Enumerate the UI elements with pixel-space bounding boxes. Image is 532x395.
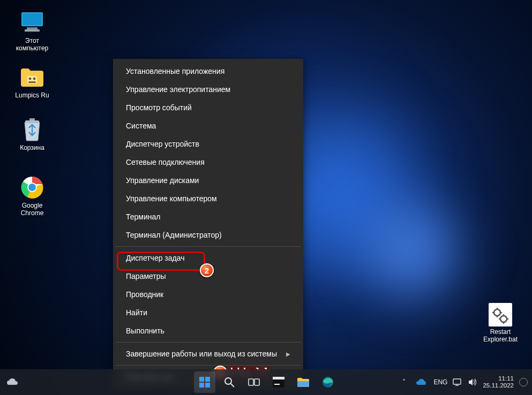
svg-rect-21 xyxy=(254,379,259,385)
menu-item-search[interactable]: Найти xyxy=(114,303,302,322)
svg-rect-24 xyxy=(274,384,280,385)
svg-rect-23 xyxy=(273,377,284,379)
taskbar-weather[interactable] xyxy=(5,375,19,389)
task-view-icon xyxy=(248,377,260,387)
network-icon xyxy=(453,378,462,386)
tray-network[interactable] xyxy=(453,377,462,387)
search-icon xyxy=(223,376,235,388)
svg-rect-8 xyxy=(29,118,35,120)
desktop-icon-label: RestartExplorer.bat xyxy=(479,329,522,344)
taskbar-terminal[interactable] xyxy=(268,371,289,393)
desktop-icon-restart-bat[interactable]: RestartExplorer.bat xyxy=(479,303,522,344)
windows-icon xyxy=(198,376,211,389)
menu-item-network-connections[interactable]: Сетевые подключения xyxy=(114,153,302,171)
start-button[interactable] xyxy=(194,371,215,393)
svg-rect-14 xyxy=(199,377,204,382)
svg-point-18 xyxy=(225,378,231,384)
tray-language[interactable]: ENG xyxy=(433,377,447,387)
tray-volume[interactable] xyxy=(468,377,477,387)
svg-point-12 xyxy=(494,309,500,316)
desktop-icon-lumpics[interactable]: Lumpics Ru xyxy=(11,64,54,100)
menu-separator xyxy=(115,342,301,343)
speaker-icon xyxy=(468,378,477,386)
system-tray: ˄ ENG 11:11 25.11.2022 xyxy=(399,375,528,389)
menu-item-disk-management[interactable]: Управление дисками xyxy=(114,171,302,189)
recycle-bin-icon xyxy=(19,117,45,142)
start-context-menu: Установленные приложения Управление элек… xyxy=(113,59,303,389)
menu-item-explorer[interactable]: Проводник xyxy=(114,285,302,303)
svg-point-13 xyxy=(500,316,507,322)
menu-item-system[interactable]: Система xyxy=(114,117,302,135)
cloud-icon xyxy=(416,378,426,386)
taskbar: ˄ ENG 11:11 25.11.2022 xyxy=(0,369,532,395)
svg-rect-15 xyxy=(205,377,210,382)
menu-item-device-manager[interactable]: Диспетчер устройств xyxy=(114,135,302,153)
svg-point-11 xyxy=(28,184,36,191)
bat-file-icon xyxy=(489,303,512,326)
menu-item-installed-apps[interactable]: Установленные приложения xyxy=(114,62,302,80)
chrome-icon xyxy=(19,174,45,200)
desktop-icon-label: Lumpics Ru xyxy=(11,92,54,100)
desktop-icon-label: Корзина xyxy=(11,145,54,152)
edge-icon xyxy=(321,376,334,389)
menu-item-computer-management[interactable]: Управление компьютером xyxy=(114,189,302,208)
desktop-icon-this-pc[interactable]: Этоткомпьютер xyxy=(11,10,54,52)
tray-show-hidden[interactable]: ˄ xyxy=(399,377,409,387)
search-button[interactable] xyxy=(219,371,240,393)
task-view-button[interactable] xyxy=(243,371,265,393)
folder-icon xyxy=(296,376,310,388)
menu-item-run[interactable]: Выполнить xyxy=(114,322,302,340)
tray-notifications[interactable] xyxy=(519,378,528,386)
tray-clock[interactable]: 11:11 25.11.2022 xyxy=(483,375,514,389)
svg-rect-1 xyxy=(23,13,42,25)
taskbar-explorer[interactable] xyxy=(293,371,314,393)
svg-line-19 xyxy=(231,384,234,387)
taskbar-edge[interactable] xyxy=(317,371,339,393)
svg-rect-7 xyxy=(28,81,36,83)
annotation-badge-2: 2 xyxy=(200,263,214,277)
terminal-icon xyxy=(272,376,285,388)
svg-rect-16 xyxy=(199,383,204,388)
tray-onedrive[interactable] xyxy=(414,377,428,387)
svg-rect-3 xyxy=(25,29,40,32)
menu-item-terminal[interactable]: Терминал xyxy=(114,208,302,226)
desktop-icon-recycle-bin[interactable]: Корзина xyxy=(11,117,54,152)
svg-rect-27 xyxy=(453,379,461,384)
tray-date: 25.11.2022 xyxy=(483,382,514,389)
menu-separator xyxy=(115,246,301,247)
svg-point-5 xyxy=(29,78,32,80)
desktop-icon-chrome[interactable]: GoogleChrome xyxy=(11,174,54,217)
menu-item-power-management[interactable]: Управление электропитанием xyxy=(114,80,302,98)
svg-rect-2 xyxy=(27,27,38,29)
menu-item-event-viewer[interactable]: Просмотр событий xyxy=(114,98,302,117)
menu-item-terminal-admin[interactable]: Терминал (Администратор) xyxy=(114,226,302,244)
taskbar-center xyxy=(194,371,339,393)
menu-separator xyxy=(115,365,301,366)
svg-rect-17 xyxy=(205,383,210,388)
folder-icon xyxy=(19,64,45,90)
svg-point-6 xyxy=(33,78,36,80)
svg-rect-20 xyxy=(249,379,253,385)
desktop-icon-label: Этоткомпьютер xyxy=(11,37,54,52)
desktop-icon-label: GoogleChrome xyxy=(11,202,54,217)
chevron-right-icon: ▶ xyxy=(286,351,290,357)
cloud-icon xyxy=(5,375,19,389)
svg-rect-25 xyxy=(297,381,309,387)
tray-time: 11:11 xyxy=(483,375,514,382)
menu-item-shutdown-signout[interactable]: Завершение работы или выход из системы▶ xyxy=(114,345,302,363)
chevron-up-icon: ˄ xyxy=(402,378,406,386)
monitor-icon xyxy=(19,10,45,35)
